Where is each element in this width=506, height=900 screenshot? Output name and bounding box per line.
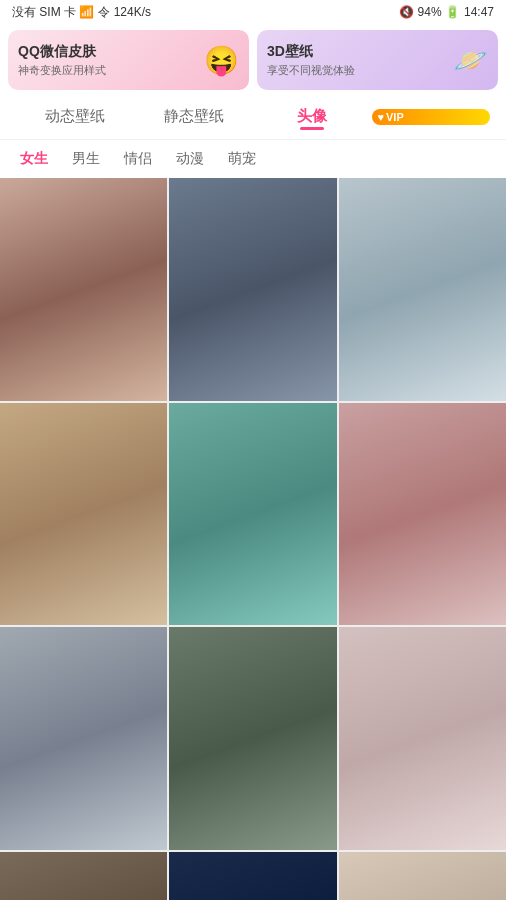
- photo-7: [0, 627, 167, 850]
- image-grid: YES TO ALL 🐧: [0, 178, 506, 900]
- network-speed: 124K/s: [114, 5, 151, 19]
- grid-item-9[interactable]: [339, 627, 506, 850]
- grid-item-10[interactable]: [0, 852, 167, 900]
- category-bar: 女生 男生 情侣 动漫 萌宠: [0, 140, 506, 178]
- clock: 14:47: [464, 5, 494, 19]
- photo-6: [339, 403, 506, 626]
- banner-area: QQ微信皮肤 神奇变换应用样式 😝 3D壁纸 享受不同视觉体验 🪐: [0, 24, 506, 96]
- grid-item-3[interactable]: [339, 178, 506, 401]
- status-bar: 没有 SIM 卡 📶 令 124K/s 🔇 94% 🔋 14:47: [0, 0, 506, 24]
- photo-10: [0, 852, 167, 900]
- category-female[interactable]: 女生: [16, 148, 52, 170]
- banner-3d-wallpaper[interactable]: 3D壁纸 享受不同视觉体验 🪐: [257, 30, 498, 90]
- top-tab-bar: 动态壁纸 静态壁纸 头像 ♥ VIP: [0, 96, 506, 140]
- sim-status: 没有 SIM 卡 📶 令: [12, 4, 110, 21]
- grid-item-6[interactable]: [339, 403, 506, 626]
- category-pet[interactable]: 萌宠: [224, 148, 260, 170]
- grid-item-4[interactable]: [0, 403, 167, 626]
- vip-badge: ♥ VIP: [372, 109, 491, 125]
- mute-icon: 🔇: [399, 5, 414, 19]
- banner-3d-emoji: 🪐: [453, 44, 488, 77]
- category-anime[interactable]: 动漫: [172, 148, 208, 170]
- photo-3: [339, 178, 506, 401]
- photo-1: [0, 178, 167, 401]
- grid-item-5[interactable]: [169, 403, 336, 626]
- status-right: 🔇 94% 🔋 14:47: [399, 5, 494, 19]
- banner-qq-title: QQ微信皮肤: [18, 43, 106, 61]
- photo-2: [169, 178, 336, 401]
- grid-item-7[interactable]: [0, 627, 167, 850]
- banner-qq-text: QQ微信皮肤 神奇变换应用样式: [18, 43, 106, 78]
- grid-item-11[interactable]: YES TO ALL: [169, 852, 336, 900]
- grid-item-1[interactable]: [0, 178, 167, 401]
- category-couple[interactable]: 情侣: [120, 148, 156, 170]
- grid-item-2[interactable]: [169, 178, 336, 401]
- banner-qq-subtitle: 神奇变换应用样式: [18, 63, 106, 78]
- photo-4: [0, 403, 167, 626]
- photo-11: YES TO ALL: [169, 852, 336, 900]
- banner-3d-text: 3D壁纸 享受不同视觉体验: [267, 43, 355, 78]
- banner-3d-subtitle: 享受不同视觉体验: [267, 63, 355, 78]
- banner-qq-skin[interactable]: QQ微信皮肤 神奇变换应用样式 😝: [8, 30, 249, 90]
- category-male[interactable]: 男生: [68, 148, 104, 170]
- tab-static-wallpaper[interactable]: 静态壁纸: [135, 107, 254, 128]
- banner-qq-emoji: 😝: [204, 44, 239, 77]
- banner-3d-title: 3D壁纸: [267, 43, 355, 61]
- grid-item-12[interactable]: 🐧: [339, 852, 506, 900]
- status-left: 没有 SIM 卡 📶 令 124K/s: [12, 4, 151, 21]
- battery-status: 94% 🔋: [418, 5, 460, 19]
- photo-12: 🐧: [339, 852, 506, 900]
- photo-8: [169, 627, 336, 850]
- tab-vip[interactable]: ♥ VIP: [372, 109, 491, 127]
- tab-avatar[interactable]: 头像: [253, 107, 372, 128]
- photo-5: [169, 403, 336, 626]
- grid-item-8[interactable]: [169, 627, 336, 850]
- tab-dynamic-wallpaper[interactable]: 动态壁纸: [16, 107, 135, 128]
- photo-9: [339, 627, 506, 850]
